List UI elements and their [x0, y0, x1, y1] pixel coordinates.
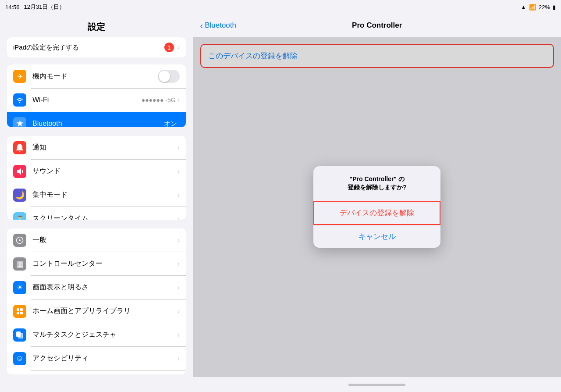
accessibility-icon: ☺ [13, 352, 26, 365]
svg-rect-4 [17, 312, 19, 314]
display-chevron: › [178, 284, 180, 292]
wifi-value: ●●●●●● -5G [142, 96, 176, 103]
focus-icon: 🌙 [13, 189, 26, 202]
airplane-icon: ✈ [13, 70, 26, 83]
back-chevron-icon: ‹ [200, 21, 203, 31]
back-button[interactable]: ‹ Bluetooth [200, 21, 237, 31]
general-chevron: › [178, 236, 180, 244]
sidebar-item-focus[interactable]: 🌙 集中モード › [7, 183, 186, 207]
sidebar-title: 設定 [0, 14, 193, 37]
battery-percent: 22% [539, 4, 550, 11]
focus-chevron: › [178, 191, 180, 199]
notifications-label: 通知 [32, 143, 178, 152]
display-label: 画面表示と明るさ [32, 283, 178, 292]
notifications-chevron: › [178, 144, 180, 152]
airplane-label: 機内モード [32, 72, 158, 81]
connectivity-group: ✈ 機内モード Wi-Fi ●●●●●● -5G › ★ Bluetooth [7, 64, 186, 127]
sidebar-item-airplane[interactable]: ✈ 機内モード [7, 64, 186, 88]
cellular-icon: 📶 [529, 4, 536, 11]
general-group: 一般 › ▦ コントロールセンター › ☀ 画面表示と明るさ › [7, 228, 186, 375]
wifi-chevron: › [178, 96, 180, 104]
control-chevron: › [178, 260, 180, 268]
display-icon: ☀ [13, 281, 26, 294]
general-icon [13, 234, 26, 247]
alert-content: "Pro Controller" の登録を解除しますか? [313, 166, 440, 201]
home-indicator [193, 377, 561, 392]
svg-rect-3 [20, 308, 23, 311]
accessibility-chevron: › [178, 355, 180, 363]
right-content: このデバイスの登録を解除 "Pro Controller" の登録を解除しますか… [193, 37, 561, 377]
sidebar-item-home[interactable]: ホーム画面とアプリライブラリ › [7, 299, 186, 323]
setup-prompt-text: iPadの設定を完了する [13, 43, 164, 52]
home-chevron: › [178, 307, 180, 315]
screentime-chevron: › [178, 215, 180, 220]
setup-prompt[interactable]: iPadの設定を完了する 1 › [7, 37, 186, 57]
wifi-icon: ▲ [521, 4, 526, 11]
screentime-icon: ⏳ [13, 212, 26, 220]
home-icon [13, 305, 26, 318]
right-header: ‹ Bluetooth Pro Controller [193, 14, 561, 37]
multitask-chevron: › [178, 331, 180, 339]
setup-badge: 1 [164, 43, 174, 52]
sidebar-item-notifications[interactable]: 通知 › [7, 136, 186, 160]
accessibility-label: アクセシビリティ [32, 354, 178, 363]
status-bar: 14:56 12月31日（日） ▲ 📶 22% ▮ [0, 0, 561, 14]
cancel-button-wrap: キャンセル [313, 225, 440, 248]
sidebar-item-wallpaper[interactable]: 壁紙 › [7, 371, 186, 375]
sound-chevron: › [178, 167, 180, 175]
bluetooth-icon: ★ [13, 117, 26, 127]
confirm-button-wrap: デバイスの登録を解除 [313, 201, 440, 225]
sidebar-item-bluetooth[interactable]: ★ Bluetooth オン [7, 112, 186, 127]
status-date: 12月31日（日） [24, 3, 521, 11]
control-icon: ▦ [13, 257, 26, 271]
sidebar-item-multitask[interactable]: マルチタスクとジェスチャ › [7, 323, 186, 347]
svg-rect-5 [20, 312, 23, 314]
status-icons: ▲ 📶 22% ▮ [521, 4, 556, 11]
right-panel: ‹ Bluetooth Pro Controller このデバイスの登録を解除 … [193, 14, 561, 392]
chevron-right-icon: › [178, 43, 180, 51]
overlay: "Pro Controller" の登録を解除しますか? デバイスの登録を解除 … [193, 37, 561, 377]
svg-rect-2 [17, 308, 19, 311]
confirm-forget-button[interactable]: デバイスの登録を解除 [314, 202, 440, 224]
general-label: 一般 [32, 235, 178, 245]
sound-label: サウンド [32, 167, 178, 176]
sidebar-item-accessibility[interactable]: ☺ アクセシビリティ › [7, 347, 186, 371]
bluetooth-value: オン [164, 120, 177, 127]
sidebar-item-sound[interactable]: サウンド › [7, 160, 186, 183]
wifi-label: Wi-Fi [32, 96, 142, 104]
bluetooth-label: Bluetooth [32, 120, 164, 127]
svg-rect-7 [18, 333, 23, 339]
right-panel-title: Pro Controller [352, 21, 402, 30]
notifications-group: 通知 › サウンド › 🌙 集中モード › ⏳ スクリーンタイム [7, 136, 186, 220]
sidebar-item-control[interactable]: ▦ コントロールセンター › [7, 252, 186, 276]
notification-icon [13, 141, 26, 154]
battery-icon: ▮ [553, 4, 556, 11]
sidebar: 設定 iPadの設定を完了する 1 › ✈ 機内モード Wi-F [0, 14, 193, 392]
sidebar-item-screentime[interactable]: ⏳ スクリーンタイム › [7, 207, 186, 220]
status-time: 14:56 [5, 4, 20, 11]
home-label: ホーム画面とアプリライブラリ [32, 306, 178, 316]
home-bar [348, 384, 405, 386]
focus-label: 集中モード [32, 190, 178, 200]
sidebar-item-display[interactable]: ☀ 画面表示と明るさ › [7, 276, 186, 299]
sound-icon [13, 165, 26, 178]
control-label: コントロールセンター [32, 259, 178, 268]
wifi-icon [13, 93, 26, 107]
sidebar-item-general[interactable]: 一般 › [7, 228, 186, 252]
airplane-toggle[interactable] [158, 70, 180, 83]
multitask-label: マルチタスクとジェスチャ [32, 330, 178, 339]
multitask-icon [13, 328, 26, 342]
sidebar-item-wifi[interactable]: Wi-Fi ●●●●●● -5G › [7, 88, 186, 112]
main-layout: 設定 iPadの設定を完了する 1 › ✈ 機内モード Wi-F [0, 14, 561, 392]
cancel-button[interactable]: キャンセル [313, 225, 440, 248]
svg-point-1 [19, 239, 21, 241]
alert-title: "Pro Controller" の登録を解除しますか? [320, 175, 433, 192]
back-label: Bluetooth [205, 21, 236, 30]
alert-dialog: "Pro Controller" の登録を解除しますか? デバイスの登録を解除 … [313, 166, 440, 248]
screentime-label: スクリーンタイム [32, 214, 178, 219]
